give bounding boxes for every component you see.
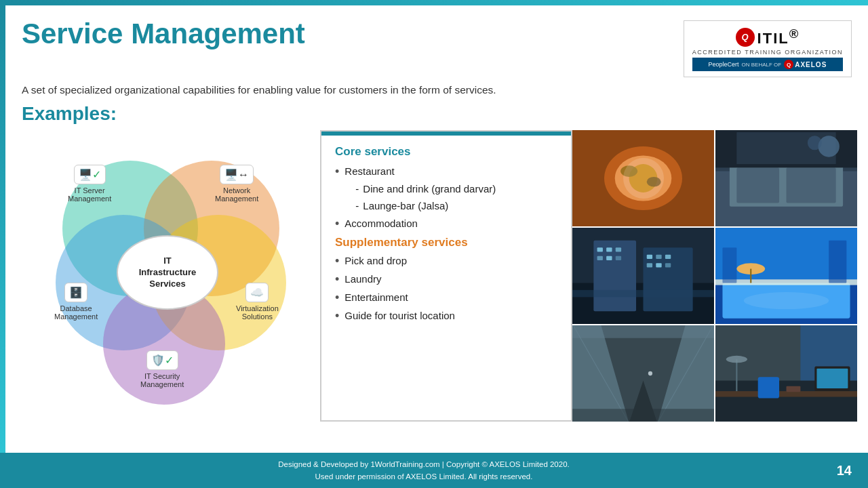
svg-rect-56	[715, 391, 857, 396]
footer-line2: Used under permission of AXELOS Limited.…	[16, 470, 831, 483]
svg-rect-23	[597, 256, 603, 260]
photo-building	[572, 228, 714, 324]
network-icon: 🖥️↔️	[220, 165, 254, 184]
it-server-label: 🖥️✓ IT Server Management	[68, 165, 111, 203]
restaurant-label: Restaurant	[344, 165, 394, 177]
entertainment-label: Entertainment	[344, 289, 408, 306]
photos-grid	[572, 130, 857, 422]
svg-rect-38	[829, 241, 846, 283]
peoplecert-bar: PeopleCert ON BEHALF OF Q AXELOS	[692, 58, 843, 71]
svg-rect-27	[656, 255, 661, 259]
itil-accredited-label: ACCREDITED TRAINING ORGANIZATION	[692, 49, 843, 56]
svg-point-36	[744, 292, 829, 309]
svg-rect-26	[647, 255, 652, 259]
list-item: • Laundry	[335, 270, 557, 289]
supplementary-heading: Supplementary services	[335, 236, 557, 249]
laundry-label: Laundry	[344, 270, 381, 288]
server-icon: 🖥️✓	[74, 165, 106, 184]
list-item: -Dine and drink (grand darvar)	[355, 180, 496, 198]
svg-rect-59	[816, 369, 848, 388]
svg-rect-19	[572, 290, 714, 297]
main-content-area: ITInfrastructureServices 🖥️✓ IT Server M…	[22, 130, 857, 422]
svg-point-51	[648, 371, 652, 375]
svg-point-5	[647, 177, 661, 187]
svg-rect-49	[572, 325, 714, 338]
svg-rect-25	[616, 256, 621, 260]
svg-rect-22	[616, 248, 621, 252]
diagram-area: ITInfrastructureServices 🖥️✓ IT Server M…	[22, 130, 320, 422]
svg-point-3	[629, 164, 658, 192]
bullet-icon: •	[335, 289, 339, 307]
virtualization-icon: ☁️	[245, 283, 269, 302]
footer: Designed & Developed by 1WorldTraining.c…	[0, 453, 868, 488]
center-label: ITInfrastructureServices	[117, 235, 218, 310]
svg-rect-28	[665, 255, 671, 259]
svg-rect-31	[665, 264, 671, 268]
svg-point-14	[808, 136, 822, 150]
itil-circle-icon: Q	[736, 28, 755, 47]
core-heading: Core services	[335, 145, 557, 159]
itil-brand: ITIL®	[757, 26, 800, 47]
svg-rect-29	[647, 264, 652, 268]
footer-line1: Designed & Developed by 1WorldTraining.c…	[16, 458, 831, 470]
photo-bedroom	[715, 130, 857, 226]
lounge-bar-label: Launge-bar (Jalsa)	[363, 197, 448, 215]
accommodation-label: Accommodation	[344, 215, 418, 232]
bullet-icon: •	[335, 252, 339, 270]
page-title: Service Management	[22, 18, 305, 50]
list-item: • Restaurant -Dine and drink (grand darv…	[335, 163, 557, 215]
svg-rect-20	[597, 248, 603, 252]
bullet-icon: •	[335, 307, 339, 325]
it-infrastructure-diagram: ITInfrastructureServices 🖥️✓ IT Server M…	[42, 147, 300, 405]
svg-rect-24	[606, 256, 612, 260]
svg-rect-62	[787, 386, 801, 392]
header: Service Management Q ITIL® ACCREDITED TR…	[5, 5, 868, 84]
svg-rect-10	[787, 168, 836, 203]
bullet-icon: •	[335, 215, 339, 233]
left-accent-bar	[0, 5, 5, 453]
top-accent-bar	[0, 0, 868, 5]
virtualization-label: ☁️ Virtualization Solutions	[236, 283, 279, 321]
supplementary-services-list: • Pick and drop • Laundry • Entertainmen…	[335, 252, 557, 325]
photo-food	[572, 130, 714, 226]
bullet-icon: •	[335, 270, 339, 289]
svg-rect-9	[736, 168, 779, 203]
security-icon: 🛡️✓	[146, 350, 178, 370]
svg-rect-50	[572, 409, 714, 422]
svg-point-2	[615, 156, 672, 201]
network-label: 🖥️↔️ Network Management	[215, 165, 258, 203]
pick-drop-label: Pick and drop	[344, 252, 407, 270]
svg-rect-39	[722, 248, 736, 283]
svg-point-61	[726, 356, 747, 363]
footer-page-number: 14	[831, 463, 852, 479]
photo-hallway	[572, 325, 714, 422]
list-item: • Entertainment	[335, 289, 557, 307]
database-icon: 🗄️	[64, 283, 87, 302]
list-item: -Launge-bar (Jalsa)	[355, 197, 496, 215]
svg-rect-57	[758, 378, 779, 399]
svg-rect-30	[656, 264, 661, 268]
svg-point-4	[620, 166, 637, 178]
svg-rect-21	[606, 248, 612, 252]
examples-heading: Examples:	[22, 103, 868, 125]
bullet-icon: •	[335, 163, 339, 181]
itil-logo: Q ITIL® ACCREDITED TRAINING ORGANIZATION…	[684, 20, 852, 77]
security-label: 🛡️✓ IT Security Management	[140, 350, 184, 388]
footer-text: Designed & Developed by 1WorldTraining.c…	[16, 458, 831, 483]
dine-drink-label: Dine and drink (grand darvar)	[363, 180, 496, 198]
tourist-guide-label: Guide for tourist location	[344, 307, 455, 325]
axelos-circle-icon: Q AXELOS	[784, 60, 827, 69]
svg-point-13	[818, 136, 840, 157]
list-item: • Guide for tourist location	[335, 307, 557, 325]
list-item: • Accommodation	[335, 215, 557, 233]
core-services-list: • Restaurant -Dine and drink (grand darv…	[335, 163, 557, 233]
photo-pool	[715, 228, 857, 324]
photo-office	[715, 325, 857, 422]
subtitle-text: A set of specialized organizational capa…	[22, 84, 868, 96]
restaurant-sub-list: -Dine and drink (grand darvar) -Launge-b…	[355, 180, 496, 215]
services-box: Core services • Restaurant -Dine and dri…	[320, 130, 572, 422]
database-label: 🗄️ Database Management	[54, 283, 98, 321]
svg-rect-0	[572, 130, 714, 226]
list-item: • Pick and drop	[335, 252, 557, 270]
